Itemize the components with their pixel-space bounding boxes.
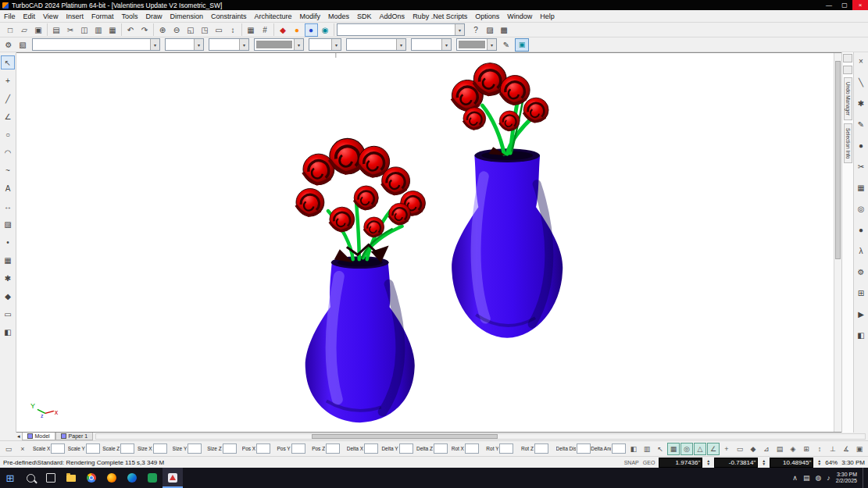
zoom-page-icon[interactable]: ▭ [213, 23, 226, 37]
file-explorer-button[interactable] [61, 468, 81, 488]
plot-icon[interactable]: ▤ [50, 23, 63, 37]
settings-icon[interactable]: ⚙ [855, 266, 867, 278]
polyline-tool-icon[interactable]: ∠ [1, 109, 15, 123]
open-file-icon[interactable]: ▱ [18, 23, 31, 37]
render-scene-icon[interactable]: ◆ [277, 23, 290, 37]
menu-view[interactable]: View [39, 10, 62, 22]
tab-model[interactable]: Model [22, 433, 55, 440]
workspace-b-icon[interactable]: ▩ [498, 23, 511, 37]
line-tool-icon[interactable]: ╱ [1, 91, 15, 105]
snap-center-toggle-icon[interactable]: △ [694, 443, 706, 455]
gem-toggle-icon[interactable]: ◆ [747, 443, 759, 455]
select-tool-icon[interactable]: ↖ [1, 55, 15, 69]
menu-tools[interactable]: Tools [117, 10, 141, 22]
printer-icon[interactable]: ▧ [16, 38, 30, 52]
coordinate-z-spinner[interactable]: ▲▼ [817, 459, 821, 465]
chrome-button[interactable] [81, 468, 102, 488]
menu-dimension[interactable]: Dimension [166, 10, 207, 22]
help-pointer-icon[interactable]: ? [470, 23, 483, 37]
zoom-level[interactable]: 64% [825, 459, 838, 466]
grid-icon[interactable]: ▦ [245, 23, 258, 37]
edge-button[interactable] [122, 468, 142, 488]
lineweight-dropdown[interactable]: ▾ [254, 38, 304, 51]
linetype-dropdown[interactable]: ▾ [309, 38, 341, 51]
menu-format[interactable]: Format [88, 10, 118, 22]
left-bouquet[interactable] [296, 138, 426, 237]
trim-icon[interactable]: ✂ [855, 161, 867, 173]
star-tool-icon[interactable]: ✱ [1, 271, 15, 285]
show-desktop-button[interactable] [863, 468, 866, 488]
menu-ruby-net-scripts[interactable]: Ruby .Net Scripts [409, 10, 471, 22]
angle-meter-toggle-icon[interactable]: ∡ [840, 443, 852, 455]
target-icon[interactable]: ◎ [855, 203, 867, 215]
volume-icon[interactable]: ♪ [827, 474, 830, 482]
scale-z-input[interactable] [120, 443, 134, 454]
right-bouquet[interactable] [452, 63, 548, 131]
network-icon[interactable]: ◍ [815, 474, 821, 482]
fill-dropdown[interactable]: ▾ [456, 38, 497, 51]
script-icon[interactable]: λ [855, 245, 867, 257]
dimension-tool-icon[interactable]: ↔ [1, 199, 15, 213]
selection-dropdown[interactable]: ▾ [337, 23, 465, 36]
layers-toggle-icon[interactable]: ◧ [627, 443, 640, 455]
panel-toggle-icon[interactable]: ▣ [853, 443, 866, 455]
menu-file[interactable]: File [0, 10, 20, 22]
rot-y-input[interactable] [499, 443, 513, 454]
color-dropdown[interactable]: ▾ [209, 38, 249, 51]
horizontal-scrollbar-thumb[interactable] [312, 434, 498, 439]
render-tool-icon[interactable]: ◧ [1, 325, 15, 339]
ortho-toggle-icon[interactable]: + [720, 443, 733, 455]
solid-tool-icon[interactable]: ◆ [1, 289, 15, 303]
right-vase-object[interactable] [452, 63, 563, 338]
coordinate-y-spinner[interactable]: ▲▼ [762, 459, 766, 465]
delta-x-input[interactable] [364, 443, 378, 454]
menu-options[interactable]: Options [471, 10, 503, 22]
zoom-out-icon[interactable]: ⊖ [170, 23, 184, 37]
scale-y-input[interactable] [86, 443, 100, 454]
apply-format-button[interactable]: ▣ [515, 38, 529, 52]
coordinate-y-field[interactable]: -0.73814" [714, 458, 758, 468]
size-y-input[interactable] [188, 443, 202, 454]
task-view-button[interactable] [41, 468, 61, 488]
selection-info-tab[interactable]: Selection Info [844, 123, 852, 163]
pin-panel-icon[interactable] [843, 54, 852, 62]
search-button[interactable] [20, 468, 41, 488]
drawing-canvas[interactable]: Y x z [16, 52, 841, 433]
coordinate-z-field[interactable]: 10.48945" [770, 458, 813, 468]
coordinate-x-spinner[interactable]: ▲▼ [706, 459, 710, 465]
triangle-toggle-icon[interactable]: ⊿ [760, 443, 773, 455]
tray-expand-icon[interactable]: ∧ [792, 474, 798, 482]
arc-tool-icon[interactable]: ◠ [1, 145, 15, 159]
green-app-button[interactable] [142, 468, 163, 488]
sheet-tool-icon[interactable]: ▭ [1, 307, 15, 321]
taskbar-clock[interactable]: 3:30 PM 2/2/2025 [836, 472, 857, 484]
menu-insert[interactable]: Insert [62, 10, 88, 22]
sphere-icon[interactable]: ● [855, 224, 867, 236]
tab-paper-1[interactable]: Paper 1 [55, 433, 94, 440]
menu-modes[interactable]: Modes [324, 10, 353, 22]
delta-angle-input[interactable] [612, 443, 626, 454]
tab-scroll-left-icon[interactable]: ◂ [16, 433, 22, 440]
zoom-window-icon[interactable]: ◱ [184, 23, 198, 37]
point-tool-icon[interactable]: • [1, 235, 15, 249]
horizontal-scrollbar[interactable] [95, 433, 866, 440]
marker-icon[interactable]: ● [855, 140, 867, 151]
menu-architecture[interactable]: Architecture [251, 10, 296, 22]
save-icon[interactable]: ▣ [32, 23, 45, 37]
menu-modify[interactable]: Modify [296, 10, 325, 22]
grid-3d-icon[interactable]: ⊞ [855, 287, 867, 299]
size-z-input[interactable] [223, 443, 237, 454]
coordinate-x-field[interactable]: 1.97436" [659, 458, 702, 468]
menu-draw[interactable]: Draw [141, 10, 166, 22]
camera-icon[interactable]: ● [305, 23, 318, 37]
workspace-a-icon[interactable]: ▨ [484, 23, 497, 37]
play-icon[interactable]: ▶ [855, 308, 867, 320]
delta-y-input[interactable] [399, 443, 413, 454]
delta-distance-input[interactable] [577, 443, 591, 454]
edit-node-tool-icon[interactable]: + [1, 73, 15, 87]
style-dropdown[interactable]: ▾ [32, 38, 160, 51]
deselect-icon[interactable]: × [16, 443, 29, 455]
expand-panel-icon[interactable] [843, 66, 852, 74]
pos-x-input[interactable] [256, 443, 270, 454]
mesh-icon[interactable]: ▦ [855, 182, 867, 194]
